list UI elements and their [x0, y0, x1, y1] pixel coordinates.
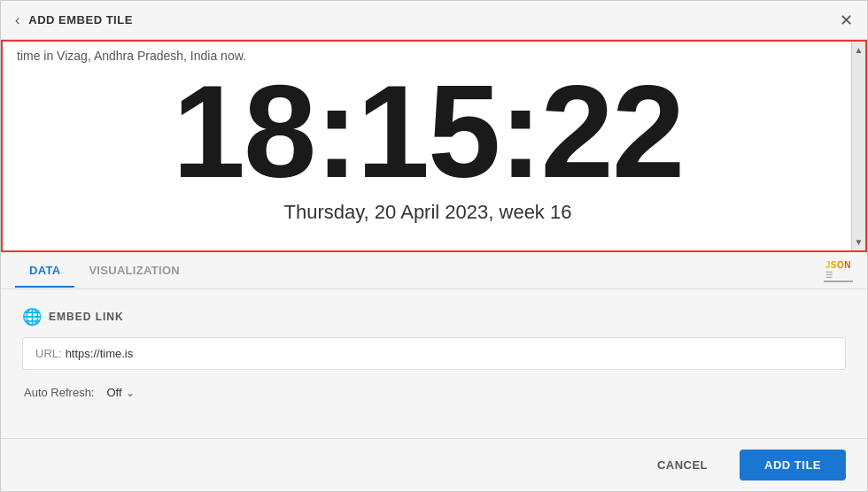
- embed-link-section-label: 🌐 EMBED LINK: [22, 307, 846, 327]
- chevron-down-icon: ⌄: [126, 387, 135, 399]
- auto-refresh-label: Auto Refresh:: [24, 386, 95, 399]
- clock-display: 18:15:22: [173, 66, 683, 197]
- embed-link-title: EMBED LINK: [49, 311, 124, 323]
- auto-refresh-value: Off: [107, 386, 122, 399]
- scroll-indicator[interactable]: ▲ ▼: [851, 42, 865, 250]
- globe-icon: 🌐: [22, 307, 42, 327]
- back-icon[interactable]: ‹: [15, 12, 19, 28]
- tab-visualization[interactable]: VISUALIZATION: [74, 255, 194, 288]
- date-display: Thursday, 20 April 2023, week 16: [284, 201, 572, 224]
- dialog-title: ADD EMBED TILE: [28, 13, 133, 27]
- url-value: https://time.is: [66, 347, 134, 360]
- dialog-footer: CANCEL ADD TILE: [1, 438, 867, 491]
- content-area: 🌐 EMBED LINK URL: https://time.is Auto R…: [1, 289, 867, 438]
- auto-refresh-dropdown[interactable]: Off ⌄: [102, 384, 140, 401]
- scroll-up-icon[interactable]: ▲: [855, 43, 864, 57]
- header-left: ‹ ADD EMBED TILE: [15, 12, 133, 28]
- add-tile-button[interactable]: ADD TILE: [740, 450, 846, 480]
- preview-content: time in Vizag, Andhra Pradesh, India now…: [3, 42, 865, 250]
- auto-refresh-row: Auto Refresh: Off ⌄: [22, 384, 846, 401]
- tabs-bar: DATA VISUALIZATION JSON ☰: [1, 252, 867, 289]
- tab-data[interactable]: DATA: [15, 255, 74, 288]
- json-badge: JSON ☰: [824, 259, 853, 282]
- scroll-down-icon[interactable]: ▼: [855, 235, 864, 249]
- preview-area: time in Vizag, Andhra Pradesh, India now…: [1, 40, 867, 252]
- close-icon[interactable]: ✕: [840, 12, 853, 28]
- cancel-button[interactable]: CANCEL: [636, 451, 729, 479]
- url-input-wrapper[interactable]: URL: https://time.is: [22, 337, 846, 370]
- add-embed-tile-dialog: ‹ ADD EMBED TILE ✕ time in Vizag, Andhra…: [0, 0, 868, 492]
- url-label: URL:: [35, 347, 62, 360]
- dialog-header: ‹ ADD EMBED TILE ✕: [1, 1, 867, 40]
